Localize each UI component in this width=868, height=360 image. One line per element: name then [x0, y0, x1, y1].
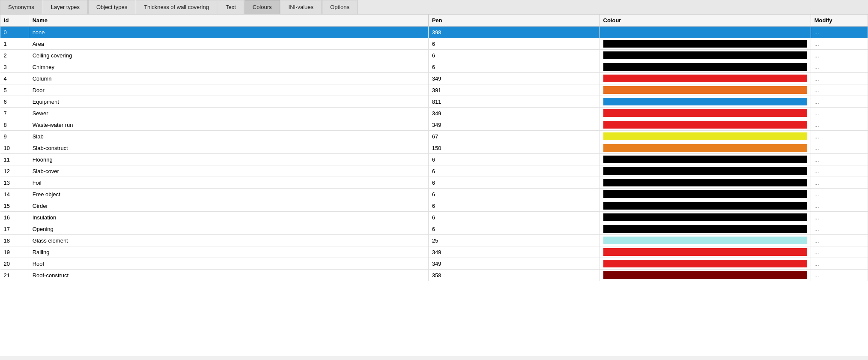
cell-pen: 349 [428, 258, 600, 270]
cell-colour[interactable] [600, 258, 811, 270]
tab-colours[interactable]: Colours [245, 0, 280, 14]
modify-button[interactable]: ... [811, 61, 868, 73]
cell-id: 16 [0, 212, 29, 223]
cell-name: Roof [29, 258, 428, 270]
cell-id: 6 [0, 96, 29, 108]
modify-button[interactable]: ... [811, 154, 868, 165]
tab-layer-types[interactable]: Layer types [43, 0, 88, 14]
cell-colour[interactable] [600, 270, 811, 281]
modify-button[interactable]: ... [811, 223, 868, 235]
tab-ini-values[interactable]: INI-values [280, 0, 322, 14]
tab-text[interactable]: Text [218, 0, 244, 14]
header-colour: Colour [600, 15, 811, 27]
table-row[interactable]: 6Equipment811... [0, 96, 868, 108]
cell-colour[interactable] [600, 84, 811, 96]
cell-id: 11 [0, 154, 29, 165]
modify-button[interactable]: ... [811, 38, 868, 50]
table-row[interactable]: 10Slab-construct150... [0, 142, 868, 154]
cell-colour[interactable] [600, 246, 811, 258]
cell-colour[interactable] [600, 96, 811, 108]
cell-colour[interactable] [600, 50, 811, 61]
cell-id: 7 [0, 108, 29, 119]
table-row[interactable]: 0none398... [0, 27, 868, 38]
cell-pen: 6 [428, 177, 600, 189]
modify-button[interactable]: ... [811, 108, 868, 119]
cell-pen: 150 [428, 142, 600, 154]
cell-colour[interactable] [600, 61, 811, 73]
table-row[interactable]: 5Door391... [0, 84, 868, 96]
tab-options[interactable]: Options [322, 0, 358, 14]
cell-id: 13 [0, 177, 29, 189]
cell-id: 18 [0, 235, 29, 246]
cell-colour[interactable] [600, 142, 811, 154]
cell-id: 15 [0, 200, 29, 212]
modify-button[interactable]: ... [811, 212, 868, 223]
table-row[interactable]: 3Chimney6... [0, 61, 868, 73]
table-row[interactable]: 20Roof349... [0, 258, 868, 270]
table-row[interactable]: 8Waste-water run349... [0, 119, 868, 131]
cell-colour[interactable] [600, 200, 811, 212]
table-row[interactable]: 17Opening6... [0, 223, 868, 235]
cell-id: 1 [0, 38, 29, 50]
cell-colour[interactable] [600, 154, 811, 165]
modify-button[interactable]: ... [811, 119, 868, 131]
table-row[interactable]: 16Insulation6... [0, 212, 868, 223]
modify-button[interactable]: ... [811, 73, 868, 84]
cell-colour[interactable] [600, 189, 811, 200]
modify-button[interactable]: ... [811, 235, 868, 246]
modify-button[interactable]: ... [811, 50, 868, 61]
modify-button[interactable]: ... [811, 27, 868, 38]
cell-pen: 6 [428, 189, 600, 200]
cell-colour[interactable] [600, 119, 811, 131]
modify-button[interactable]: ... [811, 258, 868, 270]
cell-pen: 349 [428, 108, 600, 119]
tab-synonyms[interactable]: Synonyms [0, 0, 42, 14]
table-row[interactable]: 14Free object6... [0, 189, 868, 200]
cell-colour[interactable] [600, 177, 811, 189]
cell-pen: 391 [428, 84, 600, 96]
table-row[interactable]: 9Slab67... [0, 131, 868, 142]
cell-name: Door [29, 84, 428, 96]
table-row[interactable]: 15Girder6... [0, 200, 868, 212]
cell-colour[interactable] [600, 73, 811, 84]
modify-button[interactable]: ... [811, 84, 868, 96]
table-row[interactable]: 21Roof-construct358... [0, 270, 868, 281]
table-row[interactable]: 19Railing349... [0, 246, 868, 258]
cell-colour[interactable] [600, 131, 811, 142]
modify-button[interactable]: ... [811, 246, 868, 258]
cell-colour[interactable] [600, 235, 811, 246]
modify-button[interactable]: ... [811, 131, 868, 142]
cell-pen: 6 [428, 61, 600, 73]
modify-button[interactable]: ... [811, 177, 868, 189]
table-row[interactable]: 7Sewer349... [0, 108, 868, 119]
cell-pen: 349 [428, 119, 600, 131]
modify-button[interactable]: ... [811, 200, 868, 212]
cell-colour[interactable] [600, 212, 811, 223]
modify-button[interactable]: ... [811, 165, 868, 177]
tab-object-types[interactable]: Object types [88, 0, 135, 14]
table-row[interactable]: 18Glass element25... [0, 235, 868, 246]
table-row[interactable]: 2Ceiling covering6... [0, 50, 868, 61]
cell-colour[interactable] [600, 27, 811, 38]
cell-pen: 6 [428, 154, 600, 165]
table-row[interactable]: 13Foil6... [0, 177, 868, 189]
cell-name: Slab [29, 131, 428, 142]
modify-button[interactable]: ... [811, 96, 868, 108]
table-row[interactable]: 12Slab-cover6... [0, 165, 868, 177]
table-row[interactable]: 11Flooring6... [0, 154, 868, 165]
cell-colour[interactable] [600, 165, 811, 177]
modify-button[interactable]: ... [811, 142, 868, 154]
cell-colour[interactable] [600, 108, 811, 119]
cell-pen: 349 [428, 246, 600, 258]
modify-button[interactable]: ... [811, 189, 868, 200]
table-row[interactable]: 1Area6... [0, 38, 868, 50]
cell-colour[interactable] [600, 223, 811, 235]
cell-colour[interactable] [600, 38, 811, 50]
cell-name: Glass element [29, 235, 428, 246]
cell-id: 0 [0, 27, 29, 38]
tab-thickness[interactable]: Thickness of wall covering [136, 0, 217, 14]
cell-name: Ceiling covering [29, 50, 428, 61]
modify-button[interactable]: ... [811, 270, 868, 281]
cell-name: Free object [29, 189, 428, 200]
table-row[interactable]: 4Column349... [0, 73, 868, 84]
